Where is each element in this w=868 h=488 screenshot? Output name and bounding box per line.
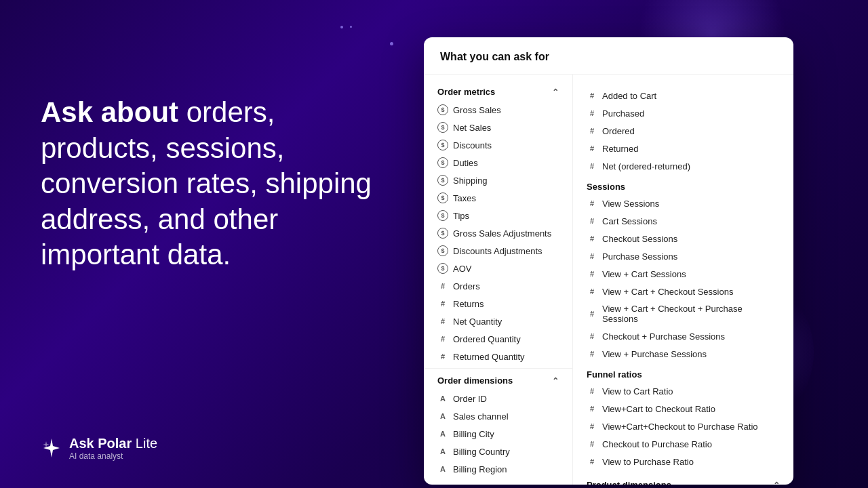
list-item[interactable]: #View Sessions (573, 195, 793, 212)
list-item[interactable]: $Shipping (424, 171, 572, 189)
list-item[interactable]: #Orders (424, 277, 572, 295)
logo-text-block: Ask Polar Lite AI data analyst (69, 435, 157, 461)
hash-icon: # (587, 268, 597, 279)
hash-icon: # (587, 308, 597, 319)
list-item[interactable]: #Checkout Sessions (573, 230, 793, 247)
list-item[interactable]: #Ordered (573, 122, 793, 140)
list-item[interactable]: $AOV (424, 260, 572, 277)
hash-icon: # (587, 108, 597, 119)
order-metrics-chevron: ⌃ (552, 87, 559, 97)
list-item[interactable]: #Checkout + Purchase Sessions (573, 327, 793, 345)
dollar-icon: $ (437, 157, 448, 168)
list-item[interactable]: #Added to Cart (573, 87, 793, 104)
logo-star-icon (41, 437, 62, 459)
hero-text: Ask about orders, products, sessions, co… (41, 95, 393, 273)
list-item[interactable]: #View to Purchase Ratio (573, 453, 793, 470)
logo-name: Ask Polar Lite (69, 435, 157, 451)
list-item[interactable]: $Taxes (424, 189, 572, 207)
list-item[interactable]: $Gross Sales (424, 101, 572, 119)
dollar-icon: $ (437, 192, 448, 203)
hash-icon: # (587, 198, 597, 209)
list-item[interactable]: #Cart Sessions (573, 212, 793, 230)
dollar-icon: $ (437, 245, 448, 256)
list-item[interactable]: #Returns (424, 295, 572, 312)
hash-icon: # (437, 298, 448, 309)
hash-icon: # (437, 333, 448, 344)
hash-icon: # (587, 143, 597, 154)
order-metrics-header[interactable]: Order metrics ⌃ (424, 83, 572, 101)
list-item[interactable]: $Gross Sales Adjustments (424, 224, 572, 242)
product-dimensions-label: Product dimensions (587, 480, 671, 485)
list-item[interactable]: #View+Cart+Checkout to Purchase Ratio (573, 418, 793, 435)
list-item[interactable]: #View+Cart to Checkout Ratio (573, 400, 793, 418)
decorative-dot (350, 26, 352, 28)
hash-icon: # (587, 125, 597, 136)
list-item[interactable]: #View + Purchase Sessions (573, 345, 793, 363)
list-item[interactable]: $Net Sales (424, 119, 572, 136)
funnel-ratios-label: Funnel ratios (573, 363, 793, 382)
dollar-icon: $ (437, 122, 448, 133)
hash-icon: # (587, 421, 597, 432)
order-metrics-label: Order metrics (437, 87, 495, 97)
logo-subtitle: AI data analyst (69, 451, 157, 461)
dollar-icon: $ (437, 263, 448, 274)
app-logo: Ask Polar Lite AI data analyst (41, 435, 157, 461)
hash-icon: # (437, 316, 448, 327)
list-item[interactable]: ABilling City (424, 425, 572, 443)
text-type-icon: A (437, 428, 448, 439)
dollar-icon: $ (437, 210, 448, 221)
hash-icon: # (587, 161, 597, 171)
dollar-icon: $ (437, 228, 448, 239)
list-item[interactable]: $Discounts (424, 136, 572, 154)
text-type-icon: A (437, 446, 448, 457)
order-dimensions-header[interactable]: Order dimensions ⌃ (424, 371, 572, 390)
hero-section: Ask about orders, products, sessions, co… (41, 95, 393, 273)
hash-icon: # (587, 286, 597, 297)
list-item[interactable]: #Returned Quantity (424, 348, 572, 365)
hash-icon: # (587, 331, 597, 342)
hash-icon: # (437, 351, 448, 362)
list-item[interactable]: #View + Cart + Checkout Sessions (573, 283, 793, 300)
text-type-icon: A (437, 393, 448, 404)
info-panel: What you can ask for Order metrics ⌃ $Gr… (424, 37, 793, 485)
hash-icon: # (587, 233, 597, 244)
order-dimensions-chevron: ⌃ (552, 376, 559, 386)
panel-body[interactable]: Order metrics ⌃ $Gross Sales $Net Sales … (424, 75, 793, 485)
list-item[interactable]: $Discounts Adjustments (424, 242, 572, 260)
hash-icon: # (587, 90, 597, 101)
decorative-dot (390, 42, 393, 45)
list-item[interactable]: #View to Cart Ratio (573, 382, 793, 400)
hash-icon: # (587, 348, 597, 359)
list-item[interactable]: $Duties (424, 154, 572, 171)
hash-icon: # (437, 281, 448, 291)
order-dimensions-label: Order dimensions (437, 375, 513, 386)
list-item[interactable]: #Ordered Quantity (424, 330, 572, 348)
divider (424, 368, 572, 369)
list-item[interactable]: #Net Quantity (424, 312, 572, 330)
list-item[interactable]: ABilling Region (424, 460, 572, 478)
sessions-label: Sessions (573, 175, 793, 195)
list-item[interactable]: #Purchased (573, 104, 793, 122)
hero-bold: Ask about (41, 96, 178, 128)
decorative-dot (340, 26, 343, 28)
product-dimensions-header[interactable]: Product dimensions ⌃ (573, 476, 793, 485)
list-item[interactable]: $Tips (424, 207, 572, 224)
list-item[interactable]: #Checkout to Purchase Ratio (573, 435, 793, 453)
list-item[interactable]: ABilling Country (424, 443, 572, 460)
hash-icon: # (587, 386, 597, 396)
list-item[interactable]: #Returned (573, 140, 793, 157)
right-column: #Added to Cart #Purchased #Ordered #Retu… (573, 75, 793, 485)
list-item[interactable]: #View + Cart Sessions (573, 265, 793, 283)
list-item[interactable]: #Net (ordered-returned) (573, 157, 793, 175)
product-dimensions-chevron: ⌃ (773, 481, 780, 485)
list-item[interactable]: ASales channel (424, 407, 572, 425)
list-item[interactable]: #View + Cart + Checkout + Purchase Sessi… (573, 300, 793, 327)
dollar-icon: $ (437, 104, 448, 115)
hash-icon: # (587, 439, 597, 449)
list-item[interactable]: AOrder ID (424, 390, 572, 407)
panel-header: What you can ask for (424, 37, 793, 75)
dollar-icon: $ (437, 175, 448, 186)
hash-icon: # (587, 456, 597, 467)
list-item[interactable]: #Purchase Sessions (573, 247, 793, 265)
left-column: Order metrics ⌃ $Gross Sales $Net Sales … (424, 75, 573, 485)
